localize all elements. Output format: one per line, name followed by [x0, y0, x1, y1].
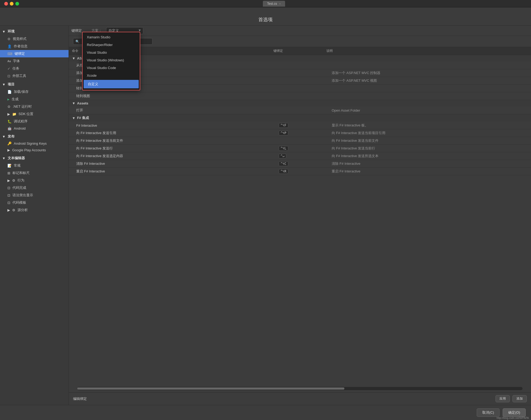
sidebar-item-author-info[interactable]: 👤 作者信息 — [0, 43, 69, 50]
table-row[interactable]: F# Interactive ^⌥F 显示 F# Interactive 板。 — [69, 122, 531, 129]
dialog-footer: 编辑绑定 应用 添加 — [69, 392, 531, 405]
gear-icon: ⚙ — [7, 37, 11, 41]
cmd-key — [276, 64, 328, 67]
dropdown-item-xcode[interactable]: Xcode — [83, 72, 140, 79]
sidebar-item-external-tools[interactable]: ⊡ 外部工具 — [0, 72, 69, 80]
table-row[interactable]: 打开 Open Asset Folder — [69, 107, 531, 114]
add-button[interactable]: 添加 — [512, 395, 527, 402]
tab-close-icon[interactable]: × — [279, 2, 281, 5]
fsharp-arrow: ▼ — [72, 116, 75, 120]
maximize-traffic-light[interactable] — [15, 2, 19, 6]
sidebar-item-keybinding[interactable]: ⌨ 键绑定 — [0, 50, 69, 57]
command-table: 命令 键绑定 说明 ▼ ASP.NET 从控制器添加视图... 添加控制器... — [69, 47, 531, 386]
tab-test-cs[interactable]: Test.cs × — [263, 1, 285, 7]
close-traffic-light[interactable] — [4, 2, 8, 6]
footer-buttons: 应用 添加 — [496, 395, 527, 402]
sdk-arrow: ▶ — [7, 112, 10, 116]
table-row[interactable]: 清除 F# Interactive ^⌥C 清除 F# Interactive — [69, 160, 531, 168]
table-row[interactable]: 重启 F# Interactive ^⌥R 重启 F# Interactive — [69, 168, 531, 175]
preferences-title: 首选项 — [258, 16, 273, 23]
person-icon: 👤 — [7, 44, 12, 48]
sidebar-item-markers-rulers[interactable]: ⊞ 标记和标尺 — [0, 169, 69, 177]
source-analysis-label: 源分析 — [17, 208, 28, 212]
key-badge: ^⌥P — [279, 131, 288, 135]
cmd-desc: 向 F# Interactive 发送当前文件 — [328, 137, 531, 144]
publish-label: 发布 — [8, 134, 15, 139]
publish-arrow: ▼ — [2, 135, 6, 139]
url-bar: http://blog.csdn.net/WPAPA — [497, 417, 529, 419]
visual-style-label: 视觉样式 — [13, 36, 26, 41]
sidebar-item-font[interactable]: Aa 字体 — [0, 57, 69, 65]
sidebar-item-android-signing-keys[interactable]: 🔑 Android Signing Keys — [0, 140, 69, 147]
build-label: 生成 — [12, 97, 19, 102]
markers-rulers-label: 标记和标尺 — [12, 171, 30, 175]
cmd-name: 向 F# Interactive 发送行 — [69, 145, 276, 152]
dialog-inner: ▼ 环境 ⚙ 视觉样式 👤 作者信息 ⌨ 键绑定 Aa 字体 ✓ 任务 — [0, 26, 531, 405]
cmd-key — [276, 87, 328, 90]
dropdown-item-visual-studio[interactable]: Visual Studio — [83, 49, 140, 56]
cmd-desc: 重启 F# Interactive — [328, 168, 531, 175]
table-row[interactable]: 向 F# Interactive 发送选定内容 ^↵ 向 F# Interact… — [69, 152, 531, 160]
sidebar-item-visual-style[interactable]: ⚙ 视觉样式 — [0, 35, 69, 43]
sidebar-item-google-play-accounts[interactable]: ▶ Google Play Accounts — [0, 147, 69, 153]
dropdown-item-custom[interactable]: 自定义 — [84, 80, 139, 88]
sidebar-item-general[interactable]: 📝 常规 — [0, 162, 69, 169]
play-icon: ▶ — [7, 98, 10, 101]
cancel-button[interactable]: 取消(C) — [477, 408, 500, 417]
cmd-name: 打开 — [69, 107, 276, 114]
dropdown-item-resharper-rider[interactable]: ReSharper/Rider — [83, 41, 140, 49]
sidebar-item-source-analysis[interactable]: ▶ ⚙ 源分析 — [0, 206, 69, 214]
sidebar-item-dotnet-runtime[interactable]: ⚙ .NET 运行时 — [0, 103, 69, 110]
tasks-label: 任务 — [12, 66, 19, 71]
table-row[interactable]: 向 F# Interactive 发送当前文件 向 F# Interactive… — [69, 137, 531, 145]
cmd-key: ^⌥C — [276, 160, 328, 167]
th-scroll-spacer — [525, 47, 531, 55]
project-label: 项目 — [8, 82, 15, 87]
cmd-key: ^⌥P — [276, 129, 328, 137]
text-editor-label: 文本编辑器 — [8, 156, 25, 161]
dropdown-item-xamarin-studio[interactable]: Xamarin Studio — [83, 33, 140, 41]
preferences-title-bar: 首选项 — [0, 14, 531, 26]
sidebar-item-build[interactable]: ▶ 生成 — [0, 95, 69, 103]
ok-button[interactable]: 确定(O) — [503, 408, 526, 417]
project-arrow: ▼ — [2, 83, 6, 86]
table-row[interactable]: 向 F# Interactive 发送行 ^⌥L 向 F# Interactiv… — [69, 145, 531, 152]
sidebar-item-debugger[interactable]: 🐛 调试程序 — [0, 118, 69, 125]
horizontal-scrollbar[interactable] — [69, 386, 531, 392]
behavior-icon: ⚙ — [12, 179, 15, 182]
sidebar-group-text-editor[interactable]: ▼ 文本编辑器 — [0, 154, 69, 162]
check-icon: ✓ — [7, 67, 10, 71]
dropdown-item-visual-studio-windows[interactable]: Visual Studio (Windows) — [83, 56, 140, 64]
sidebar-group-environment[interactable]: ▼ 环境 — [0, 28, 69, 35]
sidebar-item-code-completion[interactable]: ⊡ 代码完成 — [0, 184, 69, 191]
sidebar-group-publish[interactable]: ▼ 发布 — [0, 133, 69, 140]
analysis-arrow: ▶ — [7, 208, 10, 212]
load-save-label: 加载/保存 — [14, 89, 29, 94]
sidebar-item-behavior[interactable]: ▶ ⚙ 行为 — [0, 177, 69, 184]
table-row[interactable]: 向 F# Interactive 发送引用 ^⌥P 向 F# Interacti… — [69, 129, 531, 137]
table-row[interactable]: 转到视图 — [69, 92, 531, 100]
sidebar-item-android[interactable]: 🤖 Android — [0, 125, 69, 132]
sidebar-item-tasks[interactable]: ✓ 任务 — [0, 65, 69, 72]
cmd-name: F# Interactive — [69, 122, 276, 129]
apply-button[interactable]: 应用 — [496, 395, 510, 402]
preferences-dialog: 首选项 ▼ 环境 ⚙ 视觉样式 👤 作者信息 ⌨ 键绑定 Aa — [0, 14, 531, 420]
key-icon: ⌨ — [7, 52, 12, 56]
sidebar-item-load-save[interactable]: 📄 加载/保存 — [0, 88, 69, 95]
minimize-traffic-light[interactable] — [10, 2, 14, 6]
sidebar-item-sdk-location[interactable]: ▶ 📁 SDK 位置 — [0, 110, 69, 118]
signing-key-icon: 🔑 — [7, 141, 12, 145]
dropdown-item-visual-studio-code[interactable]: Visual Studio Code — [83, 64, 140, 72]
sidebar-group-project[interactable]: ▼ 项目 — [0, 81, 69, 88]
search-icon: 🔍 — [75, 40, 79, 43]
th-keybind: 键绑定 — [270, 47, 323, 55]
sidebar-item-syntax-highlight[interactable]: ⊡ 语法突出显示 — [0, 191, 69, 199]
cmd-desc: 添加一个 ASP.NET MVC 控制器 — [328, 69, 531, 77]
sidebar-item-code-template[interactable]: ⊡ 代码模板 — [0, 199, 69, 206]
cmd-desc: 添加一个 ASP.NET MVC 视图 — [328, 77, 531, 84]
group-fsharp: ▼ F# 集成 — [69, 114, 531, 122]
android-icon: 🤖 — [7, 126, 12, 130]
environment-label: 环境 — [8, 29, 15, 34]
dotnet-runtime-label: .NET 运行时 — [13, 104, 32, 109]
cmd-desc: Open Asset Folder — [328, 107, 531, 114]
